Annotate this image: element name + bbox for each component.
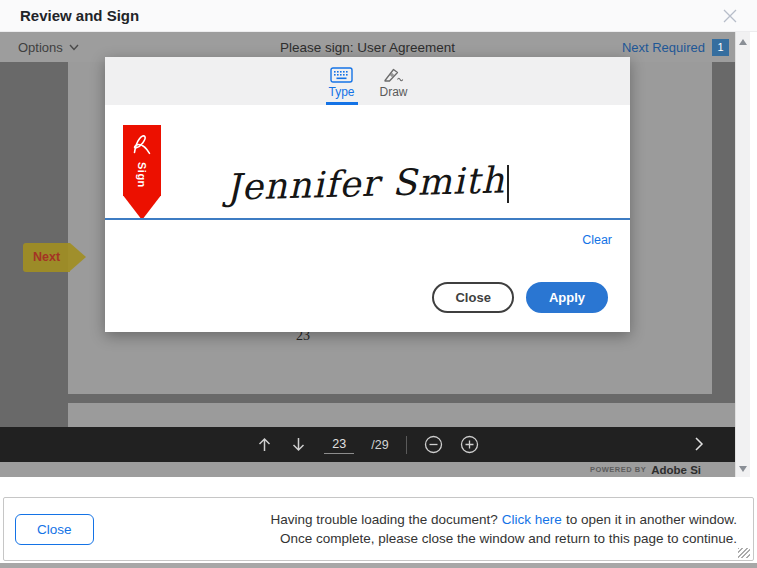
tab-type-label: Type — [328, 85, 354, 102]
chevron-down-icon — [69, 44, 79, 51]
apply-button[interactable]: Apply — [526, 282, 608, 313]
review-and-sign-window: Review and Sign Options Please sign: Use… — [0, 0, 757, 568]
window-bottom-edge — [0, 563, 757, 568]
adobe-logo-icon — [127, 130, 157, 160]
next-required-label: Next Required — [622, 40, 705, 55]
pen-icon — [383, 67, 405, 83]
signature-dialog-header: Type Draw — [105, 57, 630, 105]
footer-close-button[interactable]: Close — [15, 514, 94, 545]
arrow-up-icon — [256, 436, 273, 453]
options-label: Options — [18, 40, 63, 55]
powered-by-strip: POWERED BY Adobe Si — [0, 462, 735, 477]
footer-help-text: Having trouble loading the document?Clic… — [270, 510, 737, 548]
zoom-out-button[interactable] — [424, 435, 443, 454]
next-page-button[interactable] — [290, 436, 307, 453]
click-here-link[interactable]: Click here — [502, 512, 562, 527]
tab-type[interactable]: Type — [326, 67, 358, 105]
minus-circle-icon — [424, 435, 443, 454]
text-cursor — [507, 165, 509, 203]
scroll-up-icon[interactable] — [739, 39, 747, 45]
vertical-scrollbar[interactable] — [735, 32, 750, 477]
signature-dialog: Type Draw Sign Jennifer Smith Clear C — [105, 57, 630, 332]
window-title: Review and Sign — [20, 7, 139, 24]
scroll-down-icon[interactable] — [739, 466, 747, 472]
pdf-toolbar: /29 — [0, 427, 735, 462]
signature-input-area[interactable]: Jennifer Smith — [105, 163, 630, 204]
document-page-24 — [68, 403, 735, 427]
footer-help-line2: Once complete, please close the window a… — [270, 529, 737, 548]
next-field-tag[interactable]: Next — [23, 243, 70, 272]
expand-tools-button[interactable] — [693, 435, 705, 453]
tab-draw[interactable]: Draw — [378, 67, 410, 105]
page-total-label: /29 — [371, 438, 388, 452]
resize-grip-icon[interactable] — [738, 548, 750, 558]
signature-text: Jennifer Smith — [225, 159, 505, 207]
keyboard-icon — [330, 67, 353, 83]
footer-help-line1: Having trouble loading the document?Clic… — [270, 510, 737, 529]
footer-help-line1-prefix: Having trouble loading the document? — [270, 512, 497, 527]
footer-panel: Close Having trouble loading the documen… — [3, 497, 754, 561]
window-titlebar: Review and Sign — [0, 0, 757, 32]
tab-draw-label: Draw — [379, 85, 407, 102]
clear-link[interactable]: Clear — [582, 233, 612, 247]
footer-help-line1-suffix: to open it in another window. — [566, 512, 737, 527]
options-menu-button[interactable]: Options — [18, 40, 79, 55]
brand-label: Adobe Si — [651, 464, 701, 476]
dialog-close-button[interactable]: Close — [432, 282, 513, 313]
plus-circle-icon — [460, 435, 479, 454]
zoom-in-button[interactable] — [460, 435, 479, 454]
dialog-buttons: Close Apply — [432, 282, 608, 313]
chevron-right-icon — [693, 435, 705, 453]
next-required-count-badge: 1 — [712, 39, 729, 56]
previous-page-button[interactable] — [256, 436, 273, 453]
page-number-input[interactable] — [324, 435, 354, 454]
signature-baseline — [105, 218, 630, 220]
powered-by-label: POWERED BY — [590, 465, 646, 474]
next-required-button[interactable]: Next Required 1 — [622, 39, 729, 56]
toolbar-divider — [406, 436, 407, 454]
arrow-down-icon — [290, 436, 307, 453]
close-icon[interactable] — [721, 7, 739, 25]
